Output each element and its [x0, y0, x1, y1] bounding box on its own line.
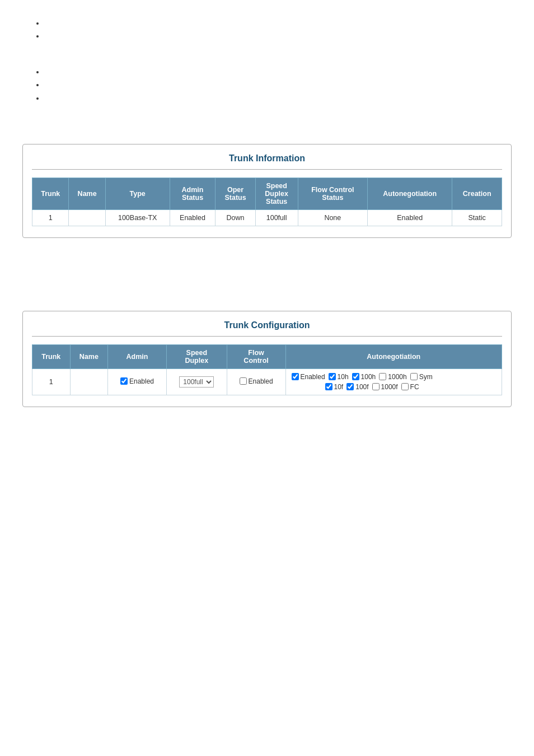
- autoneg-10h-checkbox[interactable]: [329, 373, 336, 380]
- bullet-item: [45, 17, 512, 30]
- col-speed-duplex-status: SpeedDuplexStatus: [255, 178, 298, 209]
- autoneg-FC-checkbox[interactable]: [401, 383, 409, 390]
- col-autonegotiation: Autonegotiation: [367, 178, 452, 209]
- cfg-cell-name: [70, 368, 108, 395]
- autoneg-1000f-label: 1000f: [381, 383, 398, 391]
- bullet-group-2: [22, 66, 512, 105]
- trunk-configuration-container: Trunk Configuration Trunk Name Admin Spe…: [22, 311, 512, 407]
- autoneg-10f-checkbox[interactable]: [325, 383, 332, 390]
- title-divider-config: [32, 336, 502, 337]
- cell-admin-status: Enabled: [170, 209, 216, 226]
- cell-trunk: 1: [32, 209, 69, 226]
- trunk-information-table: Trunk Name Type AdminStatus OperStatus S…: [32, 178, 502, 226]
- autoneg-100f-label: 100f: [355, 383, 368, 391]
- autoneg-Sym-label: Sym: [419, 373, 433, 381]
- col-type: Type: [105, 178, 170, 209]
- col-trunk: Trunk: [32, 178, 69, 209]
- cfg-col-autonegotiation: Autonegotiation: [285, 344, 502, 368]
- autoneg-1000h-label: 1000h: [388, 373, 406, 381]
- autoneg-enabled-checkbox[interactable]: [292, 373, 299, 380]
- cell-name: [69, 209, 105, 226]
- cell-speed-duplex: 100full: [255, 209, 298, 226]
- cfg-col-speed-duplex: SpeedDuplex: [166, 344, 227, 368]
- flow-control-label: Enabled: [249, 377, 273, 385]
- bullet-item: [45, 66, 512, 78]
- admin-checkbox[interactable]: [120, 377, 128, 385]
- cell-oper-status: Down: [216, 209, 255, 226]
- cfg-cell-trunk: 1: [32, 368, 71, 395]
- trunk-information-title: Trunk Information: [32, 153, 502, 164]
- autoneg-1000h-checkbox[interactable]: [379, 373, 386, 380]
- autoneg-100h-checkbox[interactable]: [352, 373, 359, 380]
- autoneg-100h-label: 100h: [361, 373, 376, 381]
- cfg-cell-admin[interactable]: Enabled: [108, 368, 167, 395]
- col-creation: Creation: [452, 178, 502, 209]
- trunk-config-row: 1Enabled100fullEnabledEnabled10h100h1000…: [32, 368, 502, 395]
- col-name: Name: [69, 178, 105, 209]
- cell-flow-control: None: [298, 209, 367, 226]
- cell-creation: Static: [452, 209, 502, 226]
- col-oper-status: OperStatus: [216, 178, 255, 209]
- trunk-config-header-row: Trunk Name Admin SpeedDuplex FlowControl…: [32, 344, 502, 368]
- trunk-configuration-table: Trunk Name Admin SpeedDuplex FlowControl…: [32, 344, 502, 395]
- bullet-item: [45, 30, 512, 43]
- trunk-information-container: Trunk Information Trunk Name Type AdminS…: [22, 144, 512, 238]
- speed-duplex-select[interactable]: 100full: [179, 376, 214, 388]
- autoneg-10f-label: 10f: [334, 383, 344, 391]
- col-flow-control-status: Flow ControlStatus: [298, 178, 367, 209]
- autoneg-100f-checkbox[interactable]: [346, 383, 354, 390]
- bullet-group-1: [22, 17, 512, 43]
- autoneg-enabled-label: Enabled: [301, 373, 325, 381]
- trunk-info-row: 1100Base-TXEnabledDown100fullNoneEnabled…: [32, 209, 502, 226]
- cfg-col-flow-control: FlowControl: [227, 344, 285, 368]
- admin-label: Enabled: [129, 377, 154, 385]
- title-divider: [32, 169, 502, 170]
- trunk-info-header-row: Trunk Name Type AdminStatus OperStatus S…: [32, 178, 502, 209]
- cfg-col-name: Name: [70, 344, 108, 368]
- autoneg-FC-label: FC: [410, 383, 419, 391]
- autoneg-1000f-checkbox[interactable]: [372, 383, 380, 390]
- cfg-cell-speed-duplex[interactable]: 100full: [166, 368, 227, 395]
- autoneg-10h-label: 10h: [338, 373, 349, 381]
- cfg-cell-autonegotiation[interactable]: Enabled10h100h1000hSym10f100f1000fFC: [285, 368, 502, 395]
- cfg-cell-flow-control[interactable]: Enabled: [227, 368, 285, 395]
- flow-control-checkbox[interactable]: [240, 377, 247, 385]
- col-admin-status: AdminStatus: [170, 178, 216, 209]
- cell-autonegotiation: Enabled: [367, 209, 452, 226]
- bullet-item: [45, 78, 512, 91]
- cfg-col-admin: Admin: [108, 344, 167, 368]
- cfg-col-trunk: Trunk: [32, 344, 71, 368]
- autoneg-Sym-checkbox[interactable]: [410, 373, 418, 380]
- trunk-configuration-title: Trunk Configuration: [32, 320, 502, 330]
- cell-type: 100Base-TX: [105, 209, 170, 226]
- bullet-item: [45, 92, 512, 105]
